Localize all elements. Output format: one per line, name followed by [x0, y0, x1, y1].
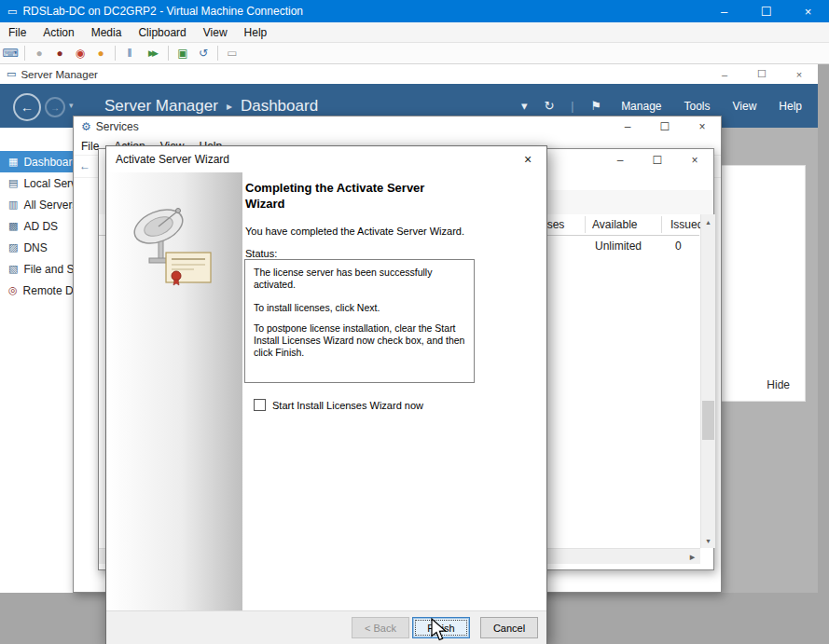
scroll-right-icon[interactable]: ▸	[684, 549, 700, 564]
wizard-title: Activate Server Wizard	[116, 153, 229, 166]
file-storage-icon: ▧	[8, 263, 18, 275]
sm-restore-button[interactable]: ☐	[743, 64, 781, 84]
services-back-icon[interactable]: ←	[79, 159, 90, 172]
wizard-titlebar: Activate Server Wizard ×	[106, 146, 546, 172]
vm-toolbar: ⌨ ● ● ◉ ● ‖ ▶▶ ▣ ↺ ▭	[0, 43, 829, 64]
chevron-down-icon[interactable]: ▾	[521, 99, 528, 113]
vm-minimize-button[interactable]: –	[703, 0, 745, 22]
column-issued[interactable]: Issued	[670, 218, 703, 231]
back-icon[interactable]: ←	[13, 93, 41, 121]
sm-minimize-button[interactable]: –	[706, 64, 743, 84]
breadcrumb-current[interactable]: Dashboard	[241, 97, 318, 116]
services-maximize-button[interactable]: ☐	[646, 116, 684, 137]
server-manager-titlebar: ▭ Server Manager – ☐ ×	[0, 64, 818, 84]
checkpoint-icon[interactable]: ▣	[173, 43, 193, 63]
menu-view[interactable]: View	[730, 100, 760, 113]
vm-window-titlebar: ▭ RDSLab-DC on DC2GRP2 - Virtual Machine…	[0, 0, 829, 22]
scroll-up-icon[interactable]: ▲	[701, 214, 715, 229]
wizard-watermark-graphic	[123, 206, 216, 286]
refresh-icon[interactable]: ↻	[544, 99, 554, 113]
licensing-close-button[interactable]: ×	[676, 149, 713, 171]
cell-available: Unlimited	[595, 240, 642, 253]
column-separator	[585, 216, 586, 233]
vm-close-button[interactable]: ×	[787, 0, 829, 22]
rds-icon: ◎	[8, 284, 18, 296]
pause-icon[interactable]: ‖	[119, 43, 140, 63]
column-separator	[661, 216, 662, 233]
checkbox-label: Start Install Licenses Wizard now	[272, 400, 423, 411]
menu-tools[interactable]: Tools	[682, 100, 713, 113]
sidebar-item-label: All Servers	[23, 199, 77, 212]
sidebar-item-label: AD DS	[23, 220, 58, 233]
server-manager-title: Server Manager	[21, 69, 97, 80]
services-gear-icon: ⚙	[81, 120, 91, 133]
notification-flag-icon[interactable]: ⚑	[590, 99, 601, 113]
enhanced-session-icon[interactable]: ▭	[222, 43, 242, 63]
menu-manage[interactable]: Manage	[618, 100, 664, 113]
vm-maximize-button[interactable]: ☐	[745, 0, 787, 22]
menu-item-view[interactable]: View	[195, 24, 236, 41]
cell-issued: 0	[675, 240, 682, 253]
save-icon[interactable]: ●	[90, 43, 111, 63]
cancel-button[interactable]: Cancel	[480, 617, 538, 638]
menu-item-clipboard[interactable]: Clipboard	[130, 24, 194, 41]
forward-icon: →	[45, 97, 65, 117]
menu-item-file[interactable]: File	[0, 24, 35, 41]
dashboard-icon: ▦	[8, 156, 18, 168]
services-title: Services	[96, 120, 139, 133]
vm-screen: ▭ Server Manager – ☐ × ← → ▾ Server Mana…	[0, 64, 829, 644]
vm-menubar: File Action Media Clipboard View Help	[0, 22, 829, 43]
licensing-minimize-button[interactable]: –	[601, 149, 639, 171]
sm-close-button[interactable]: ×	[781, 64, 818, 84]
status-box: The license server has been successfully…	[244, 259, 475, 383]
dns-icon: ▨	[8, 241, 18, 253]
status-line: The license server has been successfully…	[254, 267, 465, 291]
services-titlebar: ⚙ Services – ☐ ×	[74, 116, 721, 137]
toolbar-separator	[115, 46, 116, 61]
all-servers-icon: ▥	[8, 199, 18, 211]
wizard-body: Completing the Activate Server Wizard Yo…	[106, 172, 546, 610]
hide-button[interactable]: Hide	[767, 378, 790, 391]
nav-dropdown-icon[interactable]: ▾	[69, 101, 74, 110]
vm-connection-icon: ▭	[7, 6, 17, 18]
wizard-close-icon[interactable]: ×	[515, 150, 541, 169]
turn-off-icon[interactable]: ●	[49, 43, 70, 63]
header-divider: |	[571, 100, 573, 113]
sidebar-item-label: DNS	[23, 241, 47, 254]
local-server-icon: ▤	[8, 177, 18, 189]
toolbar-separator	[24, 46, 25, 61]
breadcrumb-separator-icon: ▸	[227, 100, 232, 113]
back-button: < Back	[352, 617, 409, 638]
menu-item-help[interactable]: Help	[236, 24, 276, 41]
scroll-down-icon[interactable]: ▼	[701, 533, 715, 548]
status-label: Status:	[245, 248, 277, 259]
services-close-button[interactable]: ×	[684, 116, 721, 137]
start-install-licenses-checkbox-row: Start Install Licenses Wizard now	[254, 399, 423, 411]
licensing-maximize-button[interactable]: ☐	[639, 149, 676, 171]
shut-down-icon[interactable]: ◉	[70, 43, 90, 63]
wizard-intro-text: You have completed the Activate Server W…	[245, 226, 478, 237]
start-icon[interactable]: ●	[29, 43, 49, 63]
start-install-licenses-checkbox[interactable]	[254, 399, 266, 411]
breadcrumb-root[interactable]: Server Manager	[104, 97, 218, 116]
toolbar-separator	[168, 46, 169, 61]
ctrl-alt-del-icon[interactable]: ⌨	[0, 43, 21, 63]
menu-item-media[interactable]: Media	[83, 24, 131, 41]
status-line: To postpone license installation, clear …	[254, 322, 465, 359]
services-minimize-button[interactable]: –	[609, 116, 646, 137]
vm-window-title: RDSLab-DC on DC2GRP2 - Virtual Machine C…	[22, 5, 303, 18]
menu-item-action[interactable]: Action	[35, 24, 82, 41]
server-manager-icon: ▭	[7, 68, 16, 80]
vertical-scrollbar[interactable]: ▲ ▼	[700, 214, 715, 548]
revert-icon[interactable]: ↺	[193, 43, 214, 63]
menu-help[interactable]: Help	[776, 100, 805, 113]
sidebar-item-label: Dashboard	[23, 156, 78, 169]
column-available[interactable]: Available	[592, 218, 637, 231]
toolbar-separator	[217, 46, 218, 61]
reset-icon[interactable]: ▶▶	[140, 43, 164, 63]
wizard-footer: < Back Finish Cancel	[106, 610, 546, 644]
ad-ds-icon: ▩	[8, 220, 18, 232]
wizard-watermark-pane	[106, 172, 242, 610]
scrollbar-thumb[interactable]	[702, 401, 714, 440]
mouse-cursor	[431, 618, 448, 642]
